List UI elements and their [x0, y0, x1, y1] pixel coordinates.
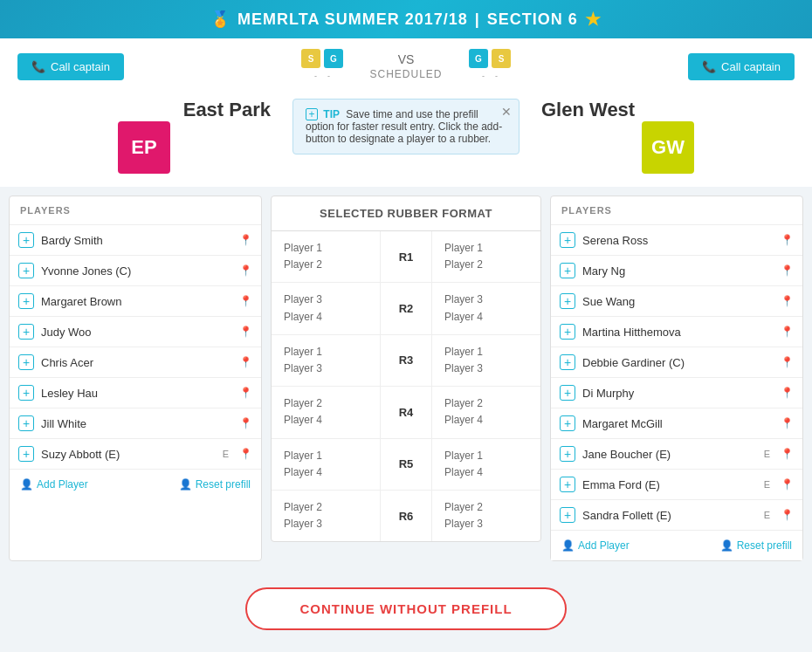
left-add-player-3-button[interactable]: + — [18, 324, 34, 340]
right-add-player-2-button[interactable]: + — [560, 293, 575, 309]
right-players-header: PLAYERS — [551, 196, 802, 225]
vs-section: VS SCHEDULED — [354, 52, 458, 80]
tip-plus-icon: + — [306, 108, 318, 120]
right-team-name: Glen West — [541, 99, 635, 121]
right-add-player-3-button[interactable]: + — [560, 324, 575, 340]
right-add-player-7-button[interactable]: + — [560, 446, 575, 462]
right-players-panel: PLAYERS + Serena Ross 📍 + Mary Ng 📍 + Su… — [550, 196, 803, 561]
left-call-captain-button[interactable]: 📞 Call captain — [17, 53, 124, 80]
left-player-row: + Lesley Hau 📍 — [10, 378, 261, 408]
left-player-name-4: Chris Acer — [41, 356, 232, 369]
right-s-score: - — [495, 72, 498, 80]
left-player-row: + Jill White 📍 — [10, 408, 261, 439]
left-player-name-5: Lesley Hau — [41, 387, 232, 400]
continue-without-prefill-button[interactable]: CONTINUE WITHOUT PREFILL — [245, 587, 566, 630]
rubber-id-3: R4 — [380, 387, 432, 437]
phone-icon-right: 📞 — [702, 60, 716, 73]
left-player-row: + Yvonne Jones (C) 📍 — [10, 256, 261, 286]
left-g-score: - — [327, 72, 330, 80]
rubber-right-players-0: Player 1Player 2 — [432, 231, 540, 282]
location-icon-2: 📍 — [239, 295, 252, 307]
left-reset-prefill-button[interactable]: 👤 Reset prefill — [179, 478, 251, 491]
right-add-player-9-button[interactable]: + — [560, 507, 575, 523]
rubber-id-2: R3 — [380, 335, 432, 386]
right-score-badges: G S - - — [469, 49, 511, 84]
left-add-player-7-button[interactable]: + — [18, 446, 34, 462]
left-add-player-1-button[interactable]: + — [18, 263, 34, 278]
right-g-score: - — [482, 72, 485, 80]
right-player-row: + Mary Ng 📍 — [551, 256, 802, 286]
rubber-left-players-4: Player 1Player 4 — [272, 439, 380, 490]
rubber-section: SELECTED RUBBER FORMAT Player 1Player 2 … — [271, 196, 541, 561]
right-location-icon-8: 📍 — [781, 478, 794, 491]
main-content: PLAYERS + Bardy Smith 📍 + Yvonne Jones (… — [0, 187, 812, 570]
right-player-row: + Martina Hitthemova 📍 — [551, 317, 802, 347]
right-panel-footer: 👤 Add Player 👤 Reset prefill — [551, 530, 802, 560]
rubber-left-players-3: Player 2Player 4 — [272, 387, 380, 437]
tip-close-button[interactable]: ✕ — [501, 105, 512, 119]
left-players-header: PLAYERS — [10, 196, 261, 225]
tip-label: TIP — [323, 108, 340, 120]
location-icon-0: 📍 — [239, 234, 252, 246]
left-team-area: East Park EP — [17, 99, 288, 174]
rubber-row: Player 1Player 4 R5 Player 1Player 4 — [272, 439, 540, 491]
vs-label: VS — [354, 52, 458, 66]
left-players-panel: PLAYERS + Bardy Smith 📍 + Yvonne Jones (… — [9, 196, 262, 561]
right-add-player-8-button[interactable]: + — [560, 477, 575, 492]
right-player-badge-9: E — [764, 510, 770, 520]
right-add-player-6-button[interactable]: + — [560, 415, 575, 431]
rubber-table-header: SELECTED RUBBER FORMAT — [272, 196, 540, 231]
rubber-right-players-3: Player 2Player 4 — [432, 387, 540, 437]
right-player-badge-8: E — [764, 479, 770, 490]
header-section: SECTION 6 — [487, 10, 578, 29]
teams-logo-area: East Park EP ✕ + TIP Save time and use t… — [0, 94, 812, 187]
rubber-id-1: R2 — [380, 283, 432, 333]
left-add-player-0-button[interactable]: + — [18, 232, 34, 248]
right-add-player-5-button[interactable]: + — [560, 385, 575, 401]
right-player-row: + Serena Ross 📍 — [551, 225, 802, 256]
rubber-right-players-1: Player 3Player 4 — [432, 283, 540, 333]
right-reset-prefill-button[interactable]: 👤 Reset prefill — [720, 539, 792, 552]
rubber-row: Player 2Player 4 R4 Player 2Player 4 — [272, 387, 540, 438]
left-call-captain-area: 📞 Call captain — [17, 53, 124, 80]
continue-section: CONTINUE WITHOUT PREFILL — [0, 570, 812, 648]
right-location-icon-0: 📍 — [781, 234, 794, 246]
left-player-row: + Judy Woo 📍 — [10, 317, 261, 347]
right-player-name-8: Emma Ford (E) — [582, 478, 757, 491]
left-panel-footer: 👤 Add Player 👤 Reset prefill — [10, 469, 261, 499]
right-add-player-4-button[interactable]: + — [560, 354, 575, 370]
left-add-player-button[interactable]: 👤 Add Player — [20, 478, 88, 491]
right-location-icon-7: 📍 — [781, 448, 794, 460]
left-player-name-6: Jill White — [41, 417, 232, 430]
rubber-table: SELECTED RUBBER FORMAT Player 1Player 2 … — [271, 196, 541, 542]
left-add-player-6-button[interactable]: + — [18, 415, 34, 431]
right-add-player-button[interactable]: 👤 Add Player — [561, 539, 630, 552]
right-s-badge: S — [492, 49, 511, 68]
left-add-player-2-button[interactable]: + — [18, 293, 34, 309]
right-player-row: + Di Murphy 📍 — [551, 378, 802, 408]
left-add-player-4-button[interactable]: + — [18, 354, 34, 370]
left-players-list: + Bardy Smith 📍 + Yvonne Jones (C) 📍 + M… — [10, 225, 261, 469]
left-team-name: East Park — [183, 99, 271, 121]
right-call-captain-button[interactable]: 📞 Call captain — [688, 53, 795, 80]
right-location-icon-2: 📍 — [781, 295, 794, 307]
reset-icon-left: 👤 — [179, 478, 192, 491]
rubber-left-players-1: Player 3Player 4 — [272, 283, 380, 333]
left-player-row: + Bardy Smith 📍 — [10, 225, 261, 256]
right-player-name-3: Martina Hitthemova — [582, 326, 774, 339]
left-player-name-0: Bardy Smith — [41, 234, 232, 247]
right-add-player-1-button[interactable]: + — [560, 263, 575, 278]
location-icon-3: 📍 — [239, 326, 252, 338]
right-player-name-9: Sandra Follett (E) — [582, 509, 757, 522]
right-player-row: + Emma Ford (E) E 📍 — [551, 470, 802, 500]
right-location-icon-6: 📍 — [781, 417, 794, 429]
right-team-area: Glen West GW — [524, 99, 795, 174]
left-player-row: + Chris Acer 📍 — [10, 347, 261, 378]
right-player-name-6: Margaret McGill — [582, 417, 774, 430]
left-player-name-7: Suzy Abbott (E) — [41, 448, 216, 461]
right-location-icon-5: 📍 — [781, 387, 794, 399]
right-player-row: + Sandra Follett (E) E 📍 — [551, 500, 802, 530]
rubber-rows: Player 1Player 2 R1 Player 1Player 2 Pla… — [272, 231, 540, 541]
left-add-player-5-button[interactable]: + — [18, 385, 34, 401]
right-add-player-0-button[interactable]: + — [560, 232, 575, 248]
